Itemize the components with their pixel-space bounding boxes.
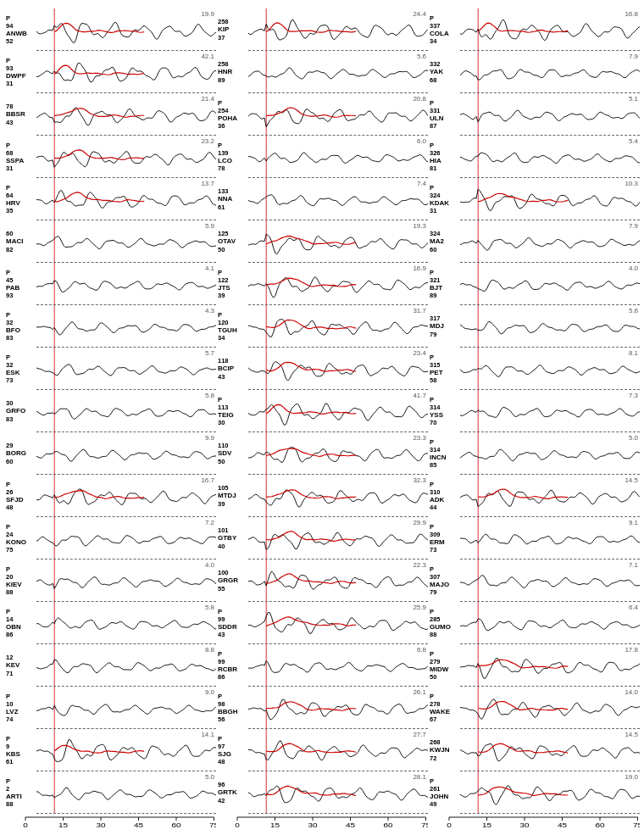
- x-axis: 01530456075time(s): [4, 816, 216, 835]
- station-name: MTDJ: [218, 492, 236, 500]
- value-label: 5.7: [205, 349, 214, 357]
- station-row: P68SSPA3123.2: [4, 136, 216, 178]
- dist-bot: 43: [218, 631, 225, 638]
- value-label: 7.9: [629, 222, 638, 230]
- dist-bot: 81: [430, 164, 436, 172]
- p-indicator: P: [218, 311, 222, 319]
- waveform-area: 31.7: [248, 305, 428, 348]
- dist-top: 120: [218, 319, 229, 326]
- station-name: KIEV: [6, 581, 22, 589]
- value-label: 42.1: [201, 53, 214, 60]
- station-label: 268KWJN72: [428, 738, 460, 762]
- value-label: 5.9: [205, 222, 214, 230]
- p-indicator: P: [430, 438, 434, 446]
- p-indicator: P: [430, 523, 434, 531]
- waveform-area: 10.3: [460, 178, 640, 220]
- station-label: P26SFJD48: [4, 481, 36, 512]
- dist-top: 307: [430, 573, 441, 581]
- station-label: P20KIEV88: [4, 565, 36, 597]
- dist-bot: 79: [430, 588, 436, 596]
- dist-top: 105: [218, 484, 229, 492]
- dist-top: 68: [6, 149, 13, 157]
- dist-top: 309: [430, 531, 441, 538]
- dist-bot: 58: [430, 376, 436, 384]
- dist-bot: 31: [6, 164, 13, 172]
- station-name: GTBY: [218, 534, 236, 543]
- dist-top: 258: [218, 18, 229, 25]
- station-label: P122JTS39: [216, 269, 248, 300]
- dist-top: 279: [430, 658, 441, 665]
- waveform-area: 5.8: [36, 390, 216, 432]
- dist-bot: 37: [218, 34, 225, 42]
- waveform-area: 5.9: [36, 220, 216, 263]
- waveform-area: 5.8: [36, 602, 216, 644]
- station-row: P120TGUH3431.7: [216, 305, 428, 348]
- station-label: P278WAKE67: [428, 693, 460, 724]
- value-label: 19.9: [201, 10, 214, 18]
- dist-bot: 39: [218, 500, 225, 508]
- waveform-area: 5.1: [460, 93, 640, 136]
- waveform-area: 29.9: [248, 517, 428, 559]
- station-label: P24KONO75: [4, 523, 36, 554]
- dist-bot: 50: [218, 246, 225, 253]
- value-label: 24.4: [413, 10, 426, 18]
- waveform-area: 5.6: [460, 305, 640, 348]
- waveform-area: 5.7: [36, 348, 216, 390]
- svg-text:60: 60: [595, 821, 604, 829]
- p-indicator: P: [430, 14, 434, 22]
- waveform-area: 16.7: [36, 475, 216, 517]
- p-indicator: P: [430, 481, 434, 488]
- dist-top: 98: [218, 700, 225, 708]
- p-indicator: P: [218, 650, 222, 658]
- station-name: RCBR: [218, 665, 237, 674]
- value-label: 5.0: [205, 773, 214, 781]
- station-row: 105MTDJ3932.3: [216, 475, 428, 517]
- station-name: TGUH: [218, 326, 237, 335]
- value-label: 22.3: [413, 561, 426, 569]
- station-name: WAKE: [430, 708, 450, 716]
- dist-top: 310: [430, 488, 441, 496]
- p-indicator: P: [430, 650, 434, 658]
- station-name: TEIG: [218, 411, 234, 420]
- station-label: P113TEIG30: [216, 396, 248, 427]
- dist-bot: 79: [430, 331, 436, 338]
- station-label: 105MTDJ39: [216, 484, 248, 508]
- dist-top: 99: [218, 615, 225, 623]
- value-label: 10.3: [625, 180, 638, 187]
- value-label: 16.9: [413, 264, 426, 272]
- station-row: 125OTAV5019.3: [216, 220, 428, 263]
- waveform-area: 14.5: [460, 475, 640, 517]
- dist-top: 20: [6, 573, 13, 581]
- p-indicator: P: [6, 481, 10, 488]
- station-label: P324KDAK31: [428, 184, 460, 215]
- station-label: 101GTBY40: [216, 526, 248, 550]
- p-indicator: P: [6, 269, 10, 276]
- waveform-area: 17.8: [460, 644, 640, 687]
- station-name: HRV: [6, 199, 20, 208]
- station-label: P120TGUH34: [216, 311, 248, 342]
- station-label: P99RCBR86: [216, 650, 248, 682]
- station-row: 101GTBY4029.9: [216, 517, 428, 559]
- station-row: P254POHA3620.8: [216, 93, 428, 136]
- dist-bot: 39: [218, 292, 225, 299]
- dist-bot: 30: [218, 419, 225, 426]
- waveform-area: 4.0: [36, 559, 216, 602]
- station-name: BBGH: [218, 708, 238, 716]
- dist-top: 314: [430, 404, 441, 411]
- dist-top: 314: [430, 446, 441, 454]
- dist-top: 10: [6, 700, 13, 708]
- dist-top: 331: [430, 107, 441, 114]
- dist-bot: 68: [430, 76, 436, 84]
- p-indicator: P: [430, 608, 434, 615]
- value-label: 29.9: [413, 519, 426, 526]
- dist-bot: 35: [6, 207, 13, 214]
- waveform-area: 19.0: [460, 771, 640, 814]
- value-label: 9.1: [629, 519, 638, 526]
- waveform-area: 25.9: [248, 602, 428, 644]
- station-row: P324KDAK3110.3: [428, 178, 640, 220]
- value-label: 4.0: [205, 561, 214, 569]
- station-row: P314YSS707.3: [428, 390, 640, 432]
- dist-top: 332: [430, 60, 441, 68]
- station-name: MAJO: [430, 581, 449, 589]
- dist-bot: 72: [430, 754, 436, 762]
